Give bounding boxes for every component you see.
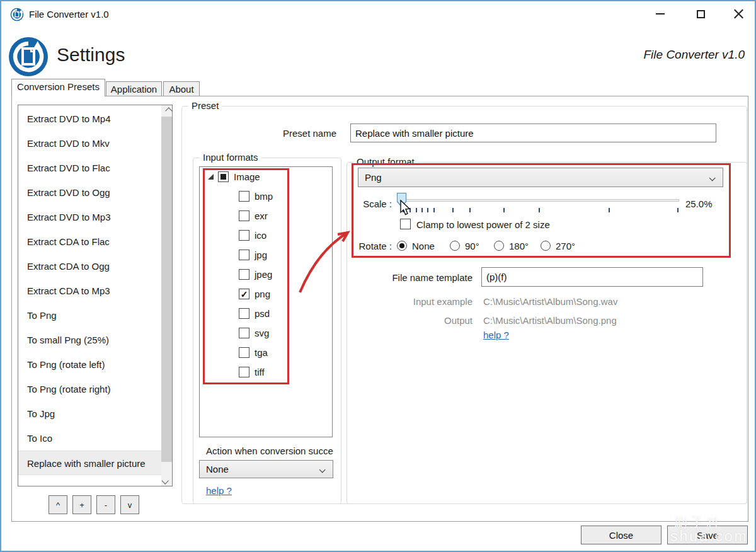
output-example-label: Output bbox=[354, 315, 472, 326]
tab-label: Application bbox=[111, 84, 157, 95]
slider-tick bbox=[433, 208, 435, 212]
close-button[interactable]: Close bbox=[581, 526, 662, 544]
tab-label: About bbox=[169, 84, 193, 95]
scrollbar-thumb[interactable] bbox=[161, 117, 172, 462]
list-item[interactable]: To Png (rotate left) bbox=[18, 352, 161, 377]
template-label: File name template bbox=[354, 272, 472, 283]
add-preset-button[interactable]: + bbox=[72, 495, 91, 514]
list-item[interactable]: Extract DVD to Flac bbox=[18, 156, 161, 180]
list-item[interactable]: To Png (rotate right) bbox=[18, 377, 161, 401]
chevron-up-icon bbox=[165, 107, 172, 114]
tree-node-format[interactable]: psd bbox=[200, 304, 332, 323]
list-item[interactable]: To Png bbox=[18, 303, 161, 328]
tab-conversion-presets[interactable]: Conversion Presets bbox=[11, 79, 105, 96]
list-item[interactable]: To Ico bbox=[18, 426, 161, 451]
checkbox-ico[interactable] bbox=[239, 230, 249, 241]
slider-tick bbox=[410, 208, 411, 212]
tab-label: Conversion Presets bbox=[17, 81, 100, 92]
tree-node-format[interactable]: ico bbox=[200, 226, 332, 245]
app-icon bbox=[10, 8, 24, 21]
list-item[interactable]: Extract CDA to Flac bbox=[18, 229, 161, 254]
list-item[interactable]: Extract DVD to Mp4 bbox=[18, 106, 161, 131]
tree-node-format[interactable]: jpg bbox=[200, 245, 332, 265]
slider-tick bbox=[539, 208, 540, 212]
preset-group-label: Preset bbox=[188, 100, 222, 111]
checkbox-svg[interactable] bbox=[239, 328, 249, 338]
checkbox-image[interactable] bbox=[218, 171, 229, 182]
slider-tick bbox=[503, 208, 505, 212]
tree-node-label: ico bbox=[255, 230, 266, 241]
app-window: File Converter v1.0 Settings File Conver… bbox=[0, 0, 756, 552]
app-logo bbox=[8, 37, 49, 77]
input-example-label: Input example bbox=[354, 296, 472, 307]
checkbox-bmp[interactable] bbox=[239, 191, 249, 202]
list-item[interactable]: To small Png (25%) bbox=[18, 328, 161, 352]
scroll-up-button[interactable] bbox=[161, 105, 172, 116]
tree-node-format[interactable]: png bbox=[200, 284, 332, 304]
clamp-checkbox[interactable] bbox=[400, 219, 411, 229]
action-value: None bbox=[206, 464, 229, 474]
maximize-button[interactable] bbox=[683, 3, 718, 25]
scale-label: Scale : bbox=[352, 198, 392, 209]
output-format-value: Png bbox=[365, 172, 382, 183]
remove-preset-button[interactable]: - bbox=[96, 495, 115, 514]
output-format-select[interactable]: Png bbox=[358, 168, 723, 187]
rotate-none-radio[interactable] bbox=[397, 241, 407, 251]
rotate-270-label: 270° bbox=[556, 241, 575, 251]
chevron-down-icon bbox=[161, 477, 168, 484]
close-window-button[interactable] bbox=[721, 3, 756, 25]
rotate-none-label: None bbox=[412, 241, 435, 251]
tree-node-label: svg bbox=[255, 328, 269, 338]
list-item[interactable]: Extract DVD to Mkv bbox=[18, 131, 161, 156]
checkbox-exr[interactable] bbox=[239, 210, 249, 221]
list-item-selected[interactable]: Replace with smaller picture bbox=[18, 451, 161, 475]
rotate-90-radio[interactable] bbox=[450, 241, 460, 251]
tree-node-format[interactable]: tga bbox=[200, 343, 332, 362]
scale-slider-track[interactable] bbox=[398, 199, 679, 202]
tab-about[interactable]: About bbox=[163, 81, 200, 96]
tree-node-format[interactable]: jpeg bbox=[200, 265, 332, 284]
action-select[interactable]: None bbox=[199, 460, 333, 478]
tab-application[interactable]: Application bbox=[106, 81, 162, 96]
checkbox-jpg[interactable] bbox=[239, 250, 249, 260]
list-item[interactable]: Extract CDA to Mp3 bbox=[18, 279, 161, 303]
close-icon bbox=[734, 9, 743, 19]
tree-node-format[interactable]: bmp bbox=[200, 187, 332, 206]
preset-name-input[interactable] bbox=[350, 124, 716, 142]
slider-tick bbox=[469, 208, 471, 212]
move-down-button[interactable]: v bbox=[120, 495, 139, 514]
tree-node-format[interactable]: tiff bbox=[200, 362, 332, 382]
checkbox-tga[interactable] bbox=[239, 347, 249, 358]
rotate-180-label: 180° bbox=[509, 241, 529, 251]
output-example-value: C:\Music\Artist\Album\Song.png bbox=[483, 315, 617, 326]
input-formats-tree: Image bmp exr ico jpg jpeg png psd svg t… bbox=[199, 166, 333, 437]
move-up-button[interactable]: ^ bbox=[49, 495, 67, 514]
save-button[interactable]: Save bbox=[667, 526, 748, 544]
rotate-180-radio[interactable] bbox=[494, 241, 504, 251]
scroll-down-button[interactable] bbox=[161, 475, 172, 486]
brand-label: File Converter v1.0 bbox=[643, 48, 745, 62]
tree-node-label: tiff bbox=[255, 367, 265, 377]
checkbox-png[interactable] bbox=[239, 289, 249, 299]
tree-node-format[interactable]: svg bbox=[200, 323, 332, 343]
slider-tick bbox=[427, 208, 428, 212]
slider-tick bbox=[609, 208, 610, 212]
checkbox-jpeg[interactable] bbox=[239, 269, 249, 280]
checkbox-tiff[interactable] bbox=[239, 367, 249, 377]
list-scrollbar[interactable] bbox=[161, 105, 172, 486]
slider-tick bbox=[403, 208, 404, 212]
checkbox-psd[interactable] bbox=[239, 308, 249, 319]
template-input[interactable] bbox=[481, 267, 703, 287]
tree-node-label: jpeg bbox=[255, 269, 272, 280]
tree-node-format[interactable]: exr bbox=[200, 206, 332, 226]
list-item[interactable]: To Jpg bbox=[18, 401, 161, 426]
expander-icon[interactable] bbox=[208, 174, 214, 180]
input-help-link[interactable]: help ? bbox=[206, 485, 232, 496]
tree-node-image[interactable]: Image bbox=[200, 167, 332, 187]
list-item[interactable]: Extract CDA to Ogg bbox=[18, 254, 161, 279]
list-item[interactable]: Extract DVD to Ogg bbox=[18, 180, 161, 205]
template-help-link[interactable]: help ? bbox=[483, 330, 509, 340]
list-item[interactable]: Extract DVD to Mp3 bbox=[18, 205, 161, 229]
rotate-270-radio[interactable] bbox=[541, 241, 551, 251]
minimize-button[interactable] bbox=[643, 3, 678, 25]
